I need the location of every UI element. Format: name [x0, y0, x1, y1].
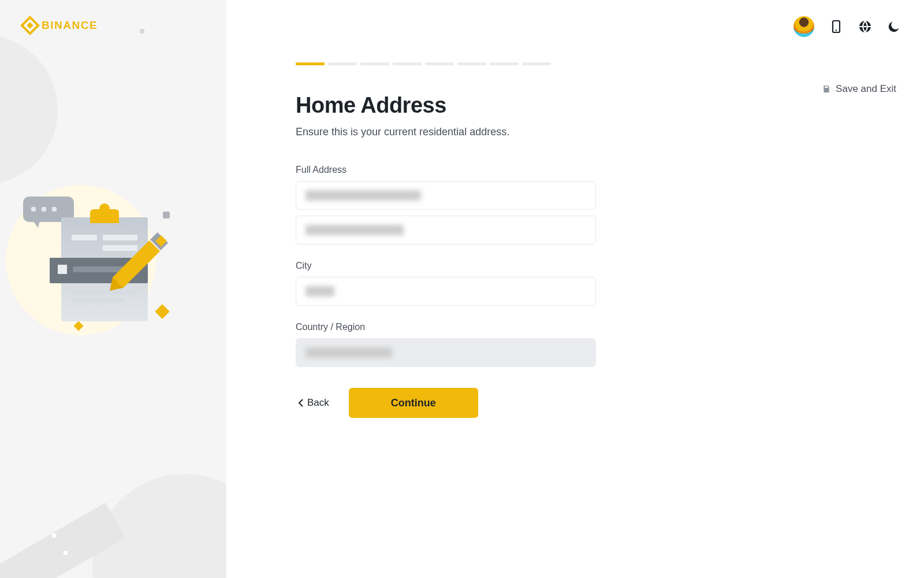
progress-step	[522, 62, 551, 65]
city-input[interactable]	[296, 277, 596, 306]
save-and-exit-button[interactable]: Save and Exit	[822, 83, 896, 95]
city-label: City	[296, 261, 596, 271]
top-bar	[793, 16, 901, 37]
address-line2-input[interactable]	[296, 216, 596, 244]
full-address-label: Full Address	[296, 165, 596, 175]
theme-moon-icon[interactable]	[887, 20, 901, 34]
progress-step	[490, 62, 519, 65]
progress-steps	[296, 62, 596, 65]
decorative-shape	[0, 35, 58, 185]
back-button-label: Back	[307, 397, 329, 409]
progress-step	[393, 62, 422, 65]
svg-point-1	[836, 29, 837, 31]
chevron-left-icon	[298, 399, 304, 407]
continue-button-label: Continue	[391, 397, 436, 409]
page-subtitle: Ensure this is your current residential …	[296, 126, 596, 138]
country-label: Country / Region	[296, 322, 596, 332]
address-line1-input[interactable]	[296, 181, 596, 210]
save-icon	[822, 84, 831, 94]
main-content: Save and Exit Home Address Ensure this i…	[226, 0, 924, 578]
sidebar: BINANCE	[0, 0, 226, 578]
sidebar-illustration	[23, 197, 185, 358]
progress-step	[360, 62, 389, 65]
country-input	[296, 338, 596, 367]
save-and-exit-label: Save and Exit	[836, 83, 896, 95]
decorative-dot	[52, 533, 56, 538]
mobile-icon[interactable]	[829, 20, 843, 34]
binance-logo-icon	[20, 16, 40, 35]
user-avatar[interactable]	[793, 16, 814, 37]
back-button[interactable]: Back	[296, 392, 331, 413]
progress-step	[328, 62, 357, 65]
decorative-dot	[64, 551, 68, 555]
globe-icon[interactable]	[858, 20, 872, 34]
continue-button[interactable]: Continue	[349, 388, 478, 418]
brand-name: BINANCE	[42, 19, 98, 32]
progress-step	[457, 62, 486, 65]
page-title: Home Address	[296, 93, 596, 118]
progress-step	[425, 62, 454, 65]
brand-logo[interactable]: BINANCE	[23, 18, 98, 32]
progress-step	[296, 62, 325, 65]
decorative-dot	[140, 29, 144, 34]
